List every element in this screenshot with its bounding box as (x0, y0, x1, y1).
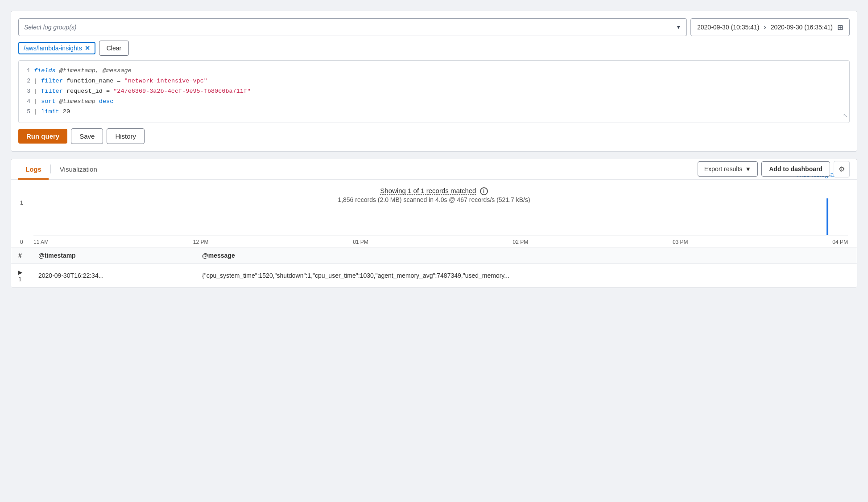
histogram-bar (827, 198, 828, 235)
tab-visualization[interactable]: Visualization (53, 159, 104, 180)
y-label-0: 0 (20, 239, 33, 245)
results-main-text: Showing 1 of 1 records matched i (11, 187, 857, 195)
action-bar: Run query Save History (18, 128, 850, 144)
add-to-dashboard-button[interactable]: Add to dashboard (761, 161, 830, 177)
history-button[interactable]: History (107, 128, 145, 144)
code-content-4: | sort @timestamp desc (34, 97, 846, 107)
chevron-down-icon: ▼ (745, 165, 751, 173)
line-number-1: 1 (22, 66, 30, 76)
line-number-4: 4 (22, 97, 30, 107)
code-content-5: | limit 20 (34, 107, 846, 117)
y-label-1: 1 (20, 200, 33, 206)
code-line-5: 5 | limit 20 (22, 107, 846, 117)
date-range-picker[interactable]: 2020-09-30 (10:35:41) › 2020-09-30 (16:3… (690, 18, 850, 36)
code-content-1: fields @timestamp, @message (34, 66, 846, 76)
date-start: 2020-09-30 (10:35:41) (697, 24, 759, 31)
query-header: Select log group(s) ▼ 2020-09-30 (10:35:… (18, 18, 850, 36)
x-labels: 11 AM 12 PM 01 PM 02 PM 03 PM 04 PM (33, 237, 848, 245)
code-editor[interactable]: 1 fields @timestamp, @message 2 | filter… (18, 60, 850, 123)
row-timestamp: 2020-09-30T16:22:34... (31, 263, 195, 287)
row-number: 1 (18, 276, 22, 283)
x-label-03pm: 03 PM (673, 239, 688, 245)
code-line-2: 2 | filter function_name = "network-inte… (22, 76, 846, 86)
tab-separator (50, 165, 51, 173)
code-line-4: 4 | sort @timestamp desc (22, 97, 846, 107)
query-panel: Select log group(s) ▼ 2020-09-30 (10:35:… (11, 11, 857, 152)
line-number-3: 3 (22, 86, 30, 96)
row-expand-button[interactable]: ▶ (18, 269, 22, 276)
col-header-message: @message (195, 247, 857, 263)
log-group-placeholder: Select log group(s) (24, 24, 77, 31)
x-label-01pm: 01 PM (353, 239, 368, 245)
date-end: 2020-09-30 (16:35:41) (771, 24, 833, 31)
line-number-5: 5 (22, 107, 30, 117)
log-group-tag-label: /aws/lambda-insights (24, 45, 82, 52)
gear-icon: ⚙ (839, 165, 845, 173)
clear-button[interactable]: Clear (99, 41, 129, 56)
code-content-3: | filter request_id = "247e6369-3a2b-4cc… (34, 86, 846, 97)
x-label-04pm: 04 PM (832, 239, 848, 245)
col-header-timestamp: @timestamp (31, 247, 195, 263)
export-results-button[interactable]: Export results ▼ (698, 161, 758, 177)
histogram-wrapper: 1 0 11 AM 12 PM 01 PM 02 PM 03 PM 04 PM (11, 196, 857, 247)
x-label-12pm: 12 PM (193, 239, 209, 245)
calendar-icon: ⊞ (837, 23, 843, 32)
run-query-button[interactable]: Run query (18, 129, 67, 144)
code-line-3: 3 | filter request_id = "247e6369-3a2b-4… (22, 86, 846, 97)
results-table: # @timestamp @message ▶ 1 2020-09-30T16:… (11, 247, 857, 288)
row-expand-cell: ▶ 1 (11, 263, 31, 287)
tabs-bar: Logs Visualization Export results ▼ Add … (11, 159, 857, 180)
close-tag-icon[interactable]: ✕ (85, 45, 90, 52)
x-label-11am: 11 AM (33, 239, 49, 245)
arrow-icon: › (764, 23, 766, 31)
resize-handle-icon[interactable]: ⤡ (843, 111, 847, 120)
x-label-02pm: 02 PM (513, 239, 529, 245)
code-line-1: 1 fields @timestamp, @message (22, 66, 846, 76)
col-header-num: # (11, 247, 31, 263)
save-button[interactable]: Save (71, 128, 103, 144)
code-content-2: | filter function_name = "network-intens… (34, 76, 846, 86)
line-number-2: 2 (22, 76, 30, 86)
table-row: ▶ 1 2020-09-30T16:22:34... {"cpu_system_… (11, 263, 857, 287)
results-panel: Logs Visualization Export results ▼ Add … (11, 159, 857, 288)
tag-bar: /aws/lambda-insights ✕ Clear (18, 41, 850, 56)
settings-gear-button[interactable]: ⚙ (834, 161, 850, 177)
info-icon: i (480, 187, 488, 195)
tab-logs[interactable]: Logs (18, 159, 49, 180)
tab-actions: Export results ▼ Add to dashboard ⚙ (698, 161, 850, 177)
selected-log-group-tag[interactable]: /aws/lambda-insights ✕ (18, 42, 95, 54)
histogram-chart-area: 11 AM 12 PM 01 PM 02 PM 03 PM 04 PM (33, 196, 848, 245)
table-header-row: # @timestamp @message (11, 247, 857, 263)
chevron-down-icon: ▼ (676, 24, 681, 30)
log-group-select[interactable]: Select log group(s) ▼ (18, 18, 687, 36)
row-message: {"cpu_system_time":1520,"shutdown":1,"cp… (195, 263, 857, 287)
histogram-baseline (33, 235, 848, 235)
